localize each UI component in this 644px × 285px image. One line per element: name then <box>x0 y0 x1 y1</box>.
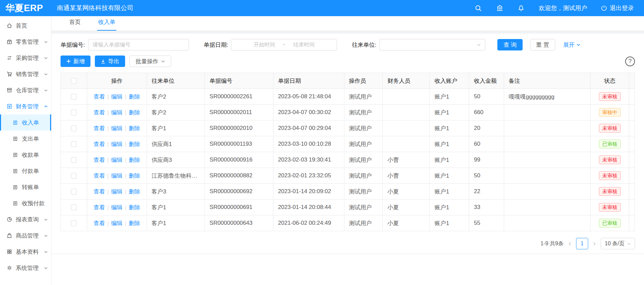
row-checkbox[interactable] <box>71 173 77 179</box>
row-checkbox[interactable] <box>71 94 77 100</box>
tab-income-bill[interactable]: 收入单 <box>97 18 116 31</box>
row-checkbox[interactable] <box>71 157 77 163</box>
cell-bill-no: SR00000002261 <box>205 89 273 105</box>
delete-link[interactable]: 删除 <box>129 220 140 226</box>
edit-link[interactable]: 编辑 <box>111 173 123 179</box>
delete-link[interactable]: 删除 <box>129 204 140 211</box>
cell-account: 账户1 <box>430 136 469 152</box>
edit-link[interactable]: 编辑 <box>111 94 123 100</box>
view-link[interactable]: 查看 <box>93 173 105 179</box>
sidebar-item-finance[interactable]: 财务管理 <box>0 98 51 114</box>
view-link[interactable]: 查看 <box>93 94 105 100</box>
view-link[interactable]: 查看 <box>93 188 105 195</box>
header-amount: 收入金额 <box>469 73 504 89</box>
download-icon <box>101 59 106 64</box>
help-button[interactable]: ? <box>625 57 635 66</box>
sidebar-item-sales[interactable]: 销售管理 <box>0 66 51 82</box>
sidebar-item-warehouse[interactable]: 仓库管理 <box>0 82 51 98</box>
delete-link[interactable]: 删除 <box>129 173 140 179</box>
edit-link[interactable]: 编辑 <box>111 188 123 195</box>
tab-home[interactable]: 首页 <box>68 18 82 31</box>
organization-icon[interactable] <box>496 4 503 12</box>
row-checkbox[interactable] <box>71 205 77 210</box>
page-size-select[interactable]: 10 条/页 <box>601 238 635 249</box>
delete-link[interactable]: 删除 <box>129 125 140 132</box>
cell-remark <box>504 152 591 168</box>
warehouse-icon <box>6 87 12 93</box>
view-link[interactable]: 查看 <box>93 141 105 147</box>
row-checkbox[interactable] <box>71 220 77 226</box>
sidebar-item-income-bill[interactable]: 收入单 <box>0 114 51 131</box>
logout-button[interactable]: 退出登录 <box>601 4 634 12</box>
row-checkbox[interactable] <box>71 126 77 131</box>
cell-bill-date: 2023-02-03 19:30:41 <box>273 152 344 168</box>
table-row: 查看|编辑|删除 客户3 SR00000000692 2023-01-14 20… <box>61 184 635 200</box>
row-checkbox[interactable] <box>71 141 77 147</box>
topbar-right: 欢迎您，测试用户 退出登录 <box>461 4 644 12</box>
date-range-picker[interactable]: 开始时间 ~ 结束时间 <box>231 39 337 50</box>
row-checkbox[interactable] <box>71 110 77 115</box>
plus-icon <box>66 59 71 64</box>
sidebar-item-retail[interactable]: 零售管理 <box>0 34 51 50</box>
bag-icon <box>6 233 12 239</box>
page-number[interactable]: 1 <box>576 238 588 249</box>
add-button[interactable]: 新增 <box>61 56 90 67</box>
delete-link[interactable]: 删除 <box>129 141 140 147</box>
reset-button[interactable]: 重 置 <box>530 39 555 50</box>
edit-link[interactable]: 编辑 <box>111 157 123 163</box>
bill-no-label: 单据编号: <box>61 41 85 49</box>
sidebar-item-receipt-bill[interactable]: 收款单 <box>0 147 51 163</box>
sidebar-item-home[interactable]: 首页 <box>0 17 51 34</box>
edit-link[interactable]: 编辑 <box>111 204 123 211</box>
sidebar-item-advance-receipt[interactable]: 收预付款 <box>0 195 51 211</box>
cell-finance <box>383 136 430 152</box>
company-name: 南通某某网络科技有限公司 <box>57 4 134 12</box>
sidebar-item-system[interactable]: 系统管理 <box>0 260 51 276</box>
cell-amount: 50 <box>469 168 504 184</box>
cell-account: 账户1 <box>430 120 469 136</box>
content-panel: 单据编号: 单据日期: 开始时间 ~ 结束时间 往来单位: 查 询 <box>51 34 644 254</box>
view-link[interactable]: 查看 <box>93 109 105 116</box>
filter-row: 单据编号: 单据日期: 开始时间 ~ 结束时间 往来单位: 查 询 <box>61 39 635 50</box>
sidebar-item-basic-data[interactable]: 基本资料 <box>0 244 51 260</box>
edit-link[interactable]: 编辑 <box>111 125 123 132</box>
header-account: 收入账户 <box>430 73 469 89</box>
sidebar-item-reports[interactable]: 报表查询 <box>0 211 51 227</box>
header-op: 操作 <box>87 73 147 89</box>
income-bill-table: 操作 往来单位 单据编号 单据日期 操作员 财务人员 收入账户 收入金额 备注 … <box>61 73 635 231</box>
cell-amount: 55 <box>469 215 504 231</box>
edit-link[interactable]: 编辑 <box>111 220 123 226</box>
sidebar-item-transfer-bill[interactable]: 转账单 <box>0 179 51 195</box>
header-unit: 往来单位 <box>147 73 204 89</box>
view-link[interactable]: 查看 <box>93 204 105 211</box>
sidebar-item-expense-bill[interactable]: 支出单 <box>0 131 51 147</box>
bill-no-input[interactable] <box>88 39 189 50</box>
export-button[interactable]: 导出 <box>95 56 125 67</box>
sidebar-item-goods[interactable]: 商品管理 <box>0 227 51 244</box>
sidebar-item-purchase[interactable]: 采购管理 <box>0 50 51 66</box>
delete-link[interactable]: 删除 <box>129 157 140 163</box>
expand-toggle[interactable]: 展开 <box>563 41 580 49</box>
chevron-up-icon <box>44 105 48 108</box>
batch-actions-button[interactable]: 批量操作 <box>129 56 171 67</box>
edit-link[interactable]: 编辑 <box>111 109 123 116</box>
sidebar-item-payment-bill[interactable]: 付款单 <box>0 163 51 179</box>
bell-icon[interactable] <box>518 5 525 12</box>
prev-page-button[interactable]: ‹ <box>568 240 572 247</box>
next-page-button[interactable]: › <box>592 240 597 247</box>
cell-bill-date: 2023-04-07 00:30:02 <box>273 105 344 120</box>
view-link[interactable]: 查看 <box>93 157 105 163</box>
delete-link[interactable]: 删除 <box>129 94 140 100</box>
status-badge: 未审核 <box>599 92 621 101</box>
select-all-checkbox[interactable] <box>71 78 77 84</box>
cell-account: 账户1 <box>430 184 469 200</box>
unit-select[interactable] <box>379 39 485 50</box>
delete-link[interactable]: 删除 <box>129 188 140 195</box>
search-icon[interactable] <box>475 5 482 12</box>
delete-link[interactable]: 删除 <box>129 109 140 116</box>
view-link[interactable]: 查看 <box>93 220 105 226</box>
row-checkbox[interactable] <box>71 189 77 194</box>
view-link[interactable]: 查看 <box>93 125 105 132</box>
edit-link[interactable]: 编辑 <box>111 141 123 147</box>
search-button[interactable]: 查 询 <box>497 39 523 50</box>
